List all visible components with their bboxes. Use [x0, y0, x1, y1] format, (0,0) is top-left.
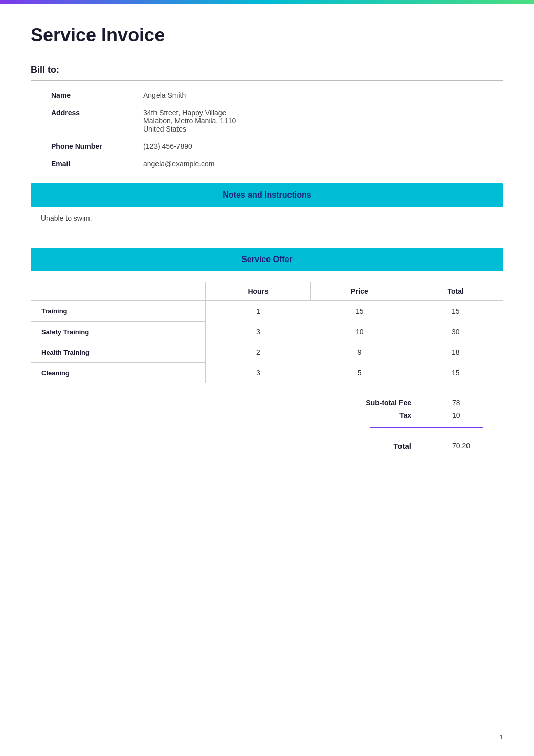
row-total: 15: [408, 362, 503, 383]
tax-row: Tax 10: [350, 411, 483, 419]
name-label: Name: [51, 91, 113, 99]
row-hours: 3: [206, 362, 311, 383]
bill-name-row: Name Angela Smith: [51, 91, 503, 99]
total-final-label: Total: [350, 442, 411, 450]
bill-to-label: Bill to:: [31, 64, 503, 75]
row-price: 9: [311, 342, 408, 362]
phone-value: (123) 456-7890: [143, 142, 192, 150]
row-name: Training: [31, 301, 206, 322]
phone-label: Phone Number: [51, 142, 113, 150]
notes-header: Notes and Instructions: [31, 183, 503, 207]
totals-section: Sub-total Fee 78 Tax 10 Total 70.20: [31, 399, 503, 450]
table-row: Training 1 15 15: [31, 301, 503, 322]
service-offer-header-title: Service Offer: [241, 255, 293, 264]
page-title: Service Invoice: [31, 25, 503, 46]
bill-to-section: Bill to: Name Angela Smith Address 34th …: [31, 64, 503, 168]
col-hours-header: Hours: [206, 282, 311, 301]
name-value: Angela Smith: [143, 91, 186, 99]
table-row: Health Training 2 9 18: [31, 342, 503, 362]
col-total-header: Total: [408, 282, 503, 301]
bill-phone-row: Phone Number (123) 456-7890: [51, 142, 503, 150]
service-table: Hours Price Total Training 1 15 15 Safet…: [31, 282, 503, 383]
service-offer-header: Service Offer: [31, 248, 503, 271]
row-name: Safety Training: [31, 321, 206, 342]
address-value: 34th Street, Happy VillageMalabon, Metro…: [143, 109, 236, 133]
row-hours: 2: [206, 342, 311, 362]
row-hours: 3: [206, 321, 311, 342]
service-offer-section: Service Offer Hours Price Total Training…: [31, 248, 503, 450]
subtotal-row: Sub-total Fee 78: [350, 399, 483, 407]
row-total: 18: [408, 342, 503, 362]
subtotal-value: 78: [452, 399, 483, 407]
totals-divider: [370, 427, 483, 428]
row-price: 15: [311, 301, 408, 322]
top-gradient-bar: [0, 0, 534, 4]
col-name-header: [31, 282, 206, 301]
email-label: Email: [51, 160, 113, 168]
service-table-wrapper: Hours Price Total Training 1 15 15 Safet…: [31, 271, 503, 394]
bill-email-row: Email angela@example.com: [51, 160, 503, 168]
email-value: angela@example.com: [143, 160, 215, 168]
col-price-header: Price: [311, 282, 408, 301]
bill-address-row: Address 34th Street, Happy VillageMalabo…: [51, 109, 503, 133]
bill-fields: Name Angela Smith Address 34th Street, H…: [31, 91, 503, 168]
notes-body: Unable to swim.: [31, 207, 503, 229]
total-final-value: 70.20: [452, 442, 483, 450]
row-name: Health Training: [31, 342, 206, 362]
row-name: Cleaning: [31, 362, 206, 383]
table-row: Safety Training 3 10 30: [31, 321, 503, 342]
table-row: Cleaning 3 5 15: [31, 362, 503, 383]
row-total: 30: [408, 321, 503, 342]
row-hours: 1: [206, 301, 311, 322]
tax-label: Tax: [350, 411, 411, 419]
address-label: Address: [51, 109, 113, 117]
row-total: 15: [408, 301, 503, 322]
page-number: 1: [500, 733, 503, 741]
notes-header-title: Notes and Instructions: [222, 190, 311, 199]
notes-section: Notes and Instructions Unable to swim.: [31, 183, 503, 229]
row-price: 10: [311, 321, 408, 342]
bill-to-divider: [31, 80, 503, 81]
row-price: 5: [311, 362, 408, 383]
tax-value: 10: [452, 411, 483, 419]
subtotal-label: Sub-total Fee: [350, 399, 411, 407]
total-final-row: Total 70.20: [350, 442, 483, 450]
